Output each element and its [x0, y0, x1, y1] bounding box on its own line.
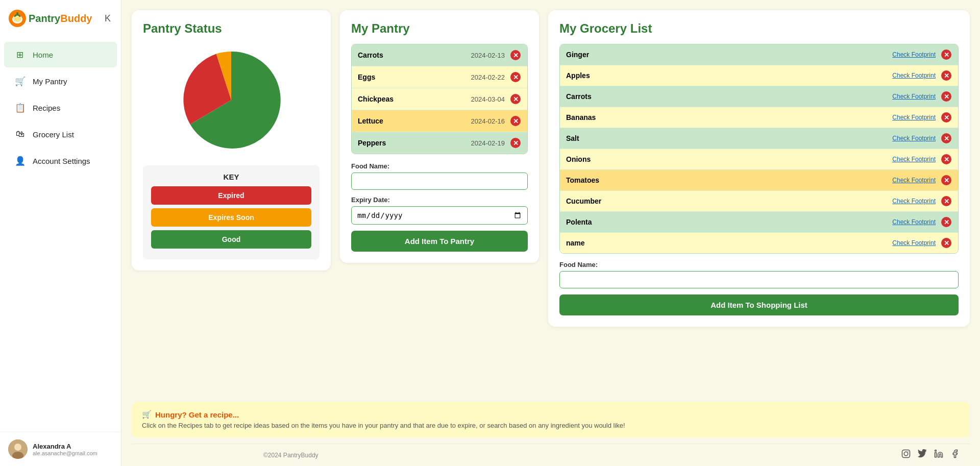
logo-pantry-text: Pantry	[29, 13, 60, 24]
pantry-status-panel: Pantry Status	[132, 10, 331, 271]
remove-icon: ✕	[941, 133, 951, 143]
nav-icon-home: ⊞	[14, 49, 26, 60]
sidebar-item-account-settings[interactable]: 👤Account Settings	[4, 148, 117, 174]
grocery-food-name-input[interactable]	[559, 271, 959, 288]
food-name-input[interactable]	[351, 173, 528, 190]
remove-icon: ✕	[510, 94, 521, 104]
check-footprint-link[interactable]: Check Footprint	[892, 239, 936, 247]
expiry-date-input[interactable]	[351, 206, 528, 225]
remove-icon: ✕	[941, 196, 951, 206]
remove-grocery-item-button[interactable]: ✕	[941, 175, 952, 186]
remove-icon: ✕	[941, 50, 951, 60]
key-good: Good	[151, 230, 311, 249]
grocery-item-name: Tomatoes	[566, 176, 892, 184]
check-footprint-link[interactable]: Check Footprint	[892, 156, 936, 163]
grocery-item-name: Polenta	[566, 218, 892, 226]
footer: ©2024 PantryBuddy	[132, 444, 970, 466]
remove-pantry-item-button[interactable]: ✕	[510, 71, 521, 83]
pie-chart	[175, 44, 287, 156]
food-name-label: Food Name:	[351, 162, 528, 170]
pantry-item-date: 2024-02-19	[471, 139, 505, 147]
add-item-shopping-button[interactable]: Add Item To Shopping List	[559, 295, 959, 315]
pantry-item-name: Peppers	[358, 139, 471, 147]
remove-pantry-item-button[interactable]: ✕	[510, 50, 521, 61]
check-footprint-link[interactable]: Check Footprint	[892, 218, 936, 226]
logo: PantryBuddy	[8, 9, 92, 28]
copyright: ©2024 PantryBuddy	[263, 452, 318, 459]
avatar-image	[8, 439, 28, 459]
grocery-item-name: Ginger	[566, 51, 892, 59]
remove-icon: ✕	[941, 238, 951, 248]
sidebar-item-grocery-list[interactable]: 🛍Grocery List	[4, 121, 117, 147]
sidebar-item-recipes[interactable]: 📋Recipes	[4, 95, 117, 120]
my-pantry-title: My Pantry	[351, 21, 528, 36]
pantry-form: Food Name: Expiry Date: Add Item To Pant…	[351, 162, 528, 252]
remove-icon: ✕	[941, 112, 951, 122]
logo-buddy-text: Buddy	[60, 13, 92, 24]
remove-pantry-item-button[interactable]: ✕	[510, 115, 521, 127]
nav-label-my-pantry: My Pantry	[33, 77, 67, 86]
remove-grocery-item-button[interactable]: ✕	[941, 112, 952, 123]
banner-title: 🛒 Hungry? Get a recipe...	[142, 410, 960, 419]
svg-rect-7	[902, 450, 910, 458]
pie-chart-container	[143, 44, 320, 156]
check-footprint-link[interactable]: Check Footprint	[892, 72, 936, 79]
remove-icon: ✕	[941, 70, 951, 81]
remove-icon: ✕	[510, 138, 521, 148]
check-footprint-link[interactable]: Check Footprint	[892, 177, 936, 184]
pantry-row: Eggs 2024-02-22 ✕	[352, 66, 527, 88]
user-info: Alexandra A ale.asanache@gmail.com	[33, 443, 97, 456]
sidebar-logo: PantryBuddy K	[0, 0, 121, 37]
remove-grocery-item-button[interactable]: ✕	[941, 91, 952, 102]
remove-pantry-item-button[interactable]: ✕	[510, 137, 521, 149]
grocery-row: Ginger Check Footprint ✕	[560, 44, 958, 65]
nav-icon-account-settings: 👤	[14, 155, 26, 166]
pantry-item-name: Carrots	[358, 51, 471, 59]
check-footprint-link[interactable]: Check Footprint	[892, 51, 936, 58]
nav-icon-recipes: 📋	[14, 102, 26, 113]
grocery-form: Food Name: Add Item To Shopping List	[559, 261, 959, 315]
check-footprint-link[interactable]: Check Footprint	[892, 93, 936, 100]
check-footprint-link[interactable]: Check Footprint	[892, 114, 936, 121]
svg-rect-10	[935, 453, 937, 457]
linkedin-icon[interactable]	[934, 449, 943, 461]
collapse-sidebar-button[interactable]: K	[103, 11, 113, 26]
remove-icon: ✕	[941, 217, 951, 227]
pantry-item-name: Eggs	[358, 73, 471, 81]
remove-grocery-item-button[interactable]: ✕	[941, 237, 952, 249]
footer-social-icons	[901, 449, 960, 461]
check-footprint-link[interactable]: Check Footprint	[892, 135, 936, 142]
my-pantry-panel: My Pantry Carrots 2024-02-13 ✕ Eggs 2024…	[340, 10, 539, 263]
grocery-item-name: Bananas	[566, 113, 892, 121]
sidebar-item-my-pantry[interactable]: 🛒My Pantry	[4, 68, 117, 94]
banner-icon: 🛒	[142, 410, 152, 419]
remove-icon: ✕	[510, 72, 521, 82]
remove-icon: ✕	[941, 175, 951, 185]
sidebar-item-home[interactable]: ⊞Home	[4, 42, 117, 67]
sidebar-footer: Alexandra A ale.asanache@gmail.com	[0, 432, 121, 466]
check-footprint-link[interactable]: Check Footprint	[892, 198, 936, 205]
grocery-item-name: Cucumber	[566, 197, 892, 205]
pantry-row: Lettuce 2024-02-16 ✕	[352, 110, 527, 132]
instagram-icon[interactable]	[901, 449, 911, 461]
twitter-icon[interactable]	[918, 449, 927, 461]
remove-grocery-item-button[interactable]: ✕	[941, 154, 952, 165]
facebook-icon[interactable]	[950, 449, 960, 461]
sidebar: PantryBuddy K ⊞Home🛒My Pantry📋Recipes🛍Gr…	[0, 0, 121, 466]
remove-grocery-item-button[interactable]: ✕	[941, 133, 952, 144]
main-content: Pantry Status	[121, 0, 980, 466]
remove-grocery-item-button[interactable]: ✕	[941, 70, 952, 81]
remove-pantry-item-button[interactable]: ✕	[510, 93, 521, 105]
grocery-food-name-label: Food Name:	[559, 261, 959, 268]
nav-label-home: Home	[33, 51, 53, 59]
remove-grocery-item-button[interactable]: ✕	[941, 49, 952, 60]
add-item-pantry-button[interactable]: Add Item To Pantry	[351, 231, 528, 252]
grocery-row: Polenta Check Footprint ✕	[560, 212, 958, 233]
remove-grocery-item-button[interactable]: ✕	[941, 195, 952, 207]
remove-grocery-item-button[interactable]: ✕	[941, 216, 952, 228]
banner-text: Click on the Recipes tab to get recipe i…	[142, 422, 960, 429]
key-title: KEY	[151, 173, 311, 181]
grocery-row: name Check Footprint ✕	[560, 233, 958, 253]
pantry-row: Carrots 2024-02-13 ✕	[352, 44, 527, 66]
pantry-buddy-logo-icon	[8, 9, 27, 28]
